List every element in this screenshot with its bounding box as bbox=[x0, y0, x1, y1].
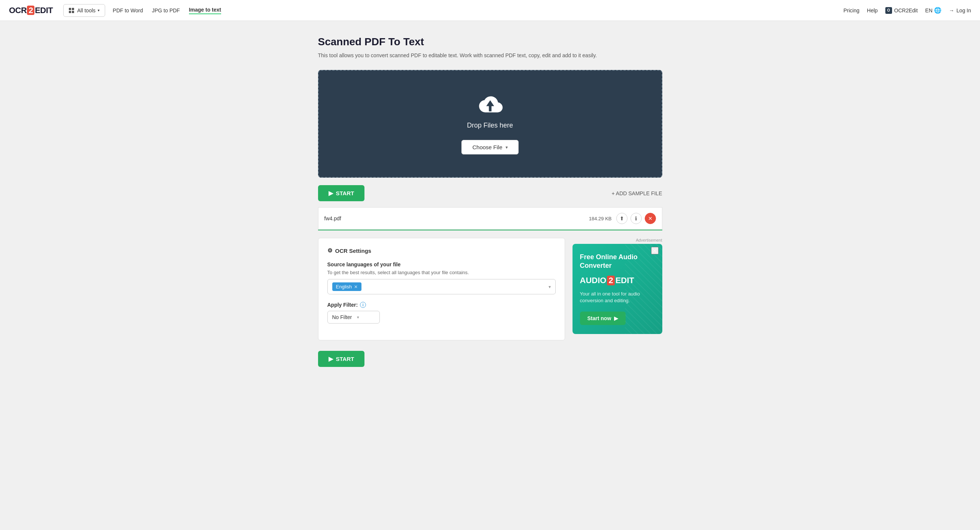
nav-link-image-to-text[interactable]: Image to text bbox=[189, 7, 221, 14]
language-select[interactable]: English ✕ ▾ bbox=[328, 279, 556, 294]
login-icon: → bbox=[949, 8, 954, 13]
info-file-button[interactable]: ℹ bbox=[630, 213, 642, 224]
cloud-upload-icon bbox=[477, 93, 503, 116]
file-list: fw4.pdf 184.29 KB ⬆ ℹ ✕ bbox=[318, 207, 662, 230]
layout-row: OCR Settings Source languages of your fi… bbox=[318, 238, 662, 340]
nav-links: PDF to Word JPG to PDF Image to text bbox=[113, 7, 843, 14]
page-subtitle: This tool allows you to convert scanned … bbox=[318, 52, 662, 59]
logo-text: OCR2EDIT bbox=[9, 6, 53, 15]
main-content: Scanned PDF To Text This tool allows you… bbox=[310, 21, 670, 382]
advertisement-container: Advertisement ✕ Free Online Audio Conver… bbox=[573, 238, 662, 334]
ocr2edit-brand[interactable]: O OCR2Edit bbox=[885, 7, 918, 14]
filter-select[interactable]: No Filter ▾ bbox=[328, 311, 380, 324]
dropzone[interactable]: Drop Files here Choose File ▾ bbox=[318, 70, 662, 178]
remove-language-button[interactable]: ✕ bbox=[354, 284, 358, 289]
svg-rect-2 bbox=[69, 11, 71, 13]
info-icon: ℹ bbox=[635, 216, 637, 221]
svg-rect-1 bbox=[72, 8, 74, 10]
ad-decoration bbox=[625, 244, 662, 334]
nav-right: Pricing Help O OCR2Edit EN 🌐 → Log In bbox=[843, 7, 971, 14]
nav-link-pdf-to-word[interactable]: PDF to Word bbox=[113, 8, 143, 13]
help-link[interactable]: Help bbox=[867, 8, 878, 13]
pricing-link[interactable]: Pricing bbox=[843, 8, 859, 13]
chevron-down-icon: ▾ bbox=[98, 8, 100, 12]
settings-title: OCR Settings bbox=[328, 247, 556, 254]
ocr-settings-panel: OCR Settings Source languages of your fi… bbox=[318, 238, 565, 340]
ad-close-button[interactable]: ✕ bbox=[651, 247, 659, 254]
all-tools-button[interactable]: All tools ▾ bbox=[63, 4, 105, 17]
delete-file-button[interactable]: ✕ bbox=[645, 213, 656, 224]
svg-rect-3 bbox=[72, 11, 74, 13]
source-language-section: Source languages of your file To get the… bbox=[328, 262, 556, 294]
globe-icon: 🌐 bbox=[934, 7, 942, 14]
source-language-sublabel: To get the best results, select all lang… bbox=[328, 270, 556, 275]
arrow-right-icon: ▶ bbox=[614, 315, 618, 321]
drop-files-text: Drop Files here bbox=[467, 122, 513, 129]
svg-rect-0 bbox=[69, 8, 71, 10]
arrow-icon-bottom: ▶ bbox=[329, 355, 333, 362]
upload-file-button[interactable]: ⬆ bbox=[616, 213, 627, 224]
file-size: 184.29 KB bbox=[589, 216, 612, 221]
filter-info-icon[interactable]: i bbox=[360, 302, 366, 308]
nav-link-jpg-to-pdf[interactable]: JPG to PDF bbox=[152, 8, 180, 13]
apply-filter-section: Apply Filter: i No Filter ▾ bbox=[328, 302, 556, 324]
start-button[interactable]: ▶ START bbox=[318, 185, 365, 201]
page-title: Scanned PDF To Text bbox=[318, 36, 662, 48]
add-sample-link[interactable]: + ADD SAMPLE FILE bbox=[612, 190, 662, 196]
arrow-icon: ▶ bbox=[329, 190, 333, 197]
table-row: fw4.pdf 184.29 KB ⬆ ℹ ✕ bbox=[318, 207, 662, 230]
gear-icon bbox=[328, 247, 332, 254]
start-button-bottom[interactable]: ▶ START bbox=[318, 351, 365, 367]
ad-panel: ✕ Free Online Audio Converter AUDIO 2 ED… bbox=[573, 244, 662, 334]
navbar: OCR2EDIT All tools ▾ PDF to Word JPG to … bbox=[0, 0, 980, 21]
language-button[interactable]: EN 🌐 bbox=[925, 7, 942, 14]
advertisement-label: Advertisement bbox=[573, 238, 662, 242]
file-name: fw4.pdf bbox=[325, 216, 589, 221]
close-icon: ✕ bbox=[648, 216, 652, 221]
select-arrow-icon: ▾ bbox=[549, 284, 551, 289]
filter-label: Apply Filter: i bbox=[328, 302, 556, 308]
ad-cta-button[interactable]: Start now ▶ bbox=[580, 311, 626, 325]
grid-icon bbox=[69, 8, 75, 13]
filter-chevron-icon: ▾ bbox=[357, 315, 359, 320]
chevron-down-icon: ▾ bbox=[506, 145, 508, 150]
upload-icon: ⬆ bbox=[620, 216, 624, 221]
bottom-action-bar: ▶ START bbox=[318, 351, 662, 367]
language-tag-english: English ✕ bbox=[332, 282, 362, 291]
choose-file-button[interactable]: Choose File ▾ bbox=[461, 140, 518, 154]
source-language-label: Source languages of your file bbox=[328, 262, 556, 267]
file-actions: ⬆ ℹ ✕ bbox=[616, 213, 656, 224]
login-button[interactable]: → Log In bbox=[949, 8, 971, 13]
action-bar: ▶ START + ADD SAMPLE FILE bbox=[318, 185, 662, 201]
brand-icon: O bbox=[885, 7, 892, 14]
logo[interactable]: OCR2EDIT bbox=[9, 6, 53, 15]
